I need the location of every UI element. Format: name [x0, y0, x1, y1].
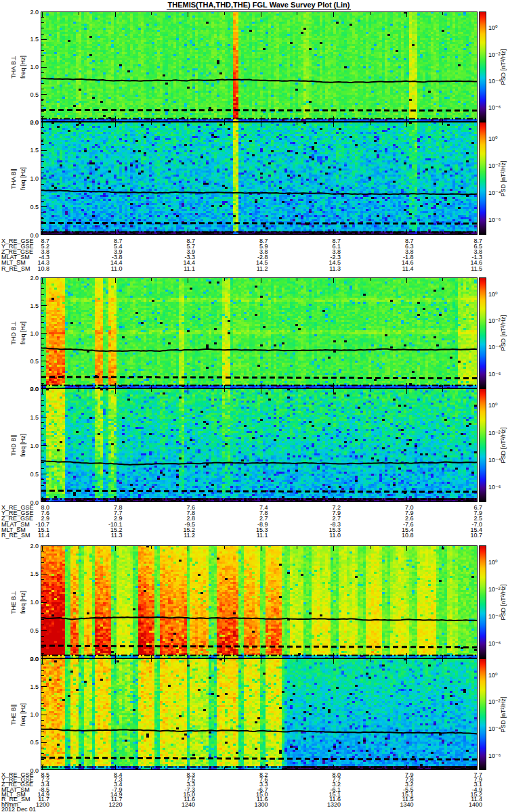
colorbar-axis-label: PSD [nT²/Hz]: [500, 315, 507, 351]
y-tick-label: 2.0: [18, 9, 39, 16]
colorbar-tick-label: 10⁻⁶: [488, 371, 501, 378]
y-tick-label: 2.0: [18, 119, 39, 126]
y-tick-label: 1.5: [18, 570, 39, 577]
y-tick-label: 2.0: [18, 543, 39, 549]
ephemeris-value: 11.2: [236, 266, 268, 271]
colorbar-axis-label: PSD [nT²/Hz]: [500, 427, 507, 463]
colorbar-tick-label: 10⁰: [488, 24, 498, 31]
time-tick-label: 1400: [450, 802, 482, 807]
y-tick-label: 0.5: [18, 91, 39, 98]
ephemeris-value: 10.8: [17, 266, 49, 271]
page-title: THEMIS(THA,THD,THE) FGL Wave Survey Plot…: [9, 1, 508, 9]
colorbar-axis-label: PSD [nT²/Hz]: [500, 696, 507, 732]
spectrogram-thd-bpar: [41, 388, 478, 502]
colorbar-tick-label: 10⁻²: [488, 430, 501, 436]
colorbar-tick-label: 10⁻²: [488, 586, 501, 593]
y-tick-label: 2.0: [18, 656, 39, 662]
time-tick-label: 1240: [163, 802, 195, 807]
panel-label-thd-bpar: THD B∥: [10, 434, 17, 456]
spectrogram-thd-bperp: [41, 277, 478, 388]
colorbar-axis-label: PSD [nT²/Hz]: [500, 49, 507, 85]
ephemeris-value: 11.5: [450, 266, 482, 271]
time-tick-label: 1340: [381, 802, 414, 807]
ephemeris-value: 10.7: [450, 533, 482, 538]
y-tick-label: 0.5: [18, 358, 39, 365]
freq-axis-label: freq [Hz]: [20, 166, 26, 189]
spectrogram-the-bpar: [41, 658, 478, 770]
panel-label-the-bperp: THE B⊥: [10, 590, 17, 613]
page-title-text: THEMIS(THA,THD,THE) FGL Wave Survey Plot…: [167, 1, 352, 10]
freq-axis-label: freq [Hz]: [20, 55, 26, 78]
y-tick-label: 1.5: [18, 302, 39, 309]
colorbar-tick-label: 10⁻⁴: [488, 78, 501, 85]
colorbar-tick-label: 10⁰: [488, 559, 498, 566]
y-tick-label: 2.0: [18, 275, 39, 281]
y-tick-label: 0.5: [18, 627, 39, 634]
ephemeris-value: 11.0: [308, 533, 341, 538]
colorbar-tick-label: 10⁻⁴: [488, 457, 501, 464]
freq-axis-label: freq [Hz]: [20, 590, 26, 613]
colorbar-tick-label: 10⁰: [488, 135, 498, 142]
ephemeris-value: 11.1: [236, 533, 268, 538]
ephemeris-value: 11.3: [90, 533, 123, 538]
colorbar-the-bpar: [479, 658, 486, 770]
colorbar-tick-label: 10⁻⁴: [488, 725, 501, 732]
colorbar-axis-label: PSD [nT²/Hz]: [500, 584, 507, 620]
ephemeris-value: 11.4: [17, 533, 49, 538]
colorbar-tick-label: 10⁻⁶: [488, 484, 501, 491]
colorbar-tick-label: 10⁻⁶: [488, 104, 501, 111]
y-tick-label: 0.5: [18, 471, 39, 478]
date-label: 2012 Dec 01: [1, 807, 36, 812]
ephemeris-value: 11.0: [90, 266, 123, 271]
y-tick-label: 1.5: [18, 414, 39, 421]
plot-page: THEMIS(THA,THD,THE) FGL Wave Survey Plot…: [0, 0, 508, 812]
y-tick-label: 0.5: [18, 204, 39, 210]
time-tick-label: 1320: [308, 802, 341, 807]
colorbar-thd-bpar: [479, 388, 486, 502]
ephemeris-value: 11.4: [381, 266, 414, 271]
colorbar-tick-label: 10⁻²: [488, 51, 501, 58]
ephemeris-value: 11.2: [163, 533, 195, 538]
colorbar-tick-label: 10⁻²: [488, 698, 501, 705]
panel-label-tha-bperp: THA B⊥: [10, 55, 17, 78]
panel-label-the-bpar: THE B∥: [10, 704, 17, 725]
colorbar-tick-label: 10⁰: [488, 291, 498, 298]
ephemeris-value: 11.3: [308, 266, 341, 271]
ephemeris-value: 11.1: [163, 266, 195, 271]
time-tick-label: 1300: [236, 802, 268, 807]
panel-label-tha-bpar: THA B∥: [10, 168, 17, 189]
colorbar-tick-label: 10⁻⁴: [488, 613, 501, 620]
freq-axis-label: freq [Hz]: [20, 702, 26, 725]
spectrogram-the-bperp: [41, 545, 478, 658]
colorbar-tick-label: 10⁻⁴: [488, 189, 501, 196]
panel-label-thd-bperp: THD B⊥: [10, 321, 17, 345]
y-tick-label: 0.5: [18, 739, 39, 746]
freq-axis-label: freq [Hz]: [20, 434, 26, 457]
colorbar-tick-label: 10⁻⁶: [488, 640, 501, 647]
y-tick-label: 1.5: [18, 36, 39, 43]
colorbar-the-bperp: [479, 545, 486, 658]
y-tick-label: 1.5: [18, 147, 39, 154]
colorbar-thd-bperp: [479, 277, 486, 388]
spectrogram-tha-bpar: [41, 122, 478, 235]
colorbar-tha-bperp: [479, 12, 486, 122]
colorbar-tick-label: 10⁰: [488, 402, 498, 409]
freq-axis-label: freq [Hz]: [20, 321, 26, 344]
y-tick-label: 2.0: [18, 386, 39, 392]
colorbar-tick-label: 10⁻²: [488, 162, 501, 169]
colorbar-axis-label: PSD [nT²/Hz]: [500, 160, 507, 196]
ephemeris-value: 10.8: [381, 533, 414, 538]
colorbar-tick-label: 10⁻²: [488, 317, 501, 324]
time-tick-label: 1220: [90, 802, 123, 807]
spectrogram-tha-bperp: [41, 12, 478, 122]
colorbar-tick-label: 10⁻⁶: [488, 752, 501, 759]
colorbar-tick-label: 10⁰: [488, 672, 498, 679]
colorbar-tick-label: 10⁻⁶: [488, 217, 501, 223]
colorbar-tick-label: 10⁻⁴: [488, 344, 501, 351]
colorbar-tha-bpar: [479, 122, 486, 235]
y-tick-label: 1.5: [18, 683, 39, 690]
